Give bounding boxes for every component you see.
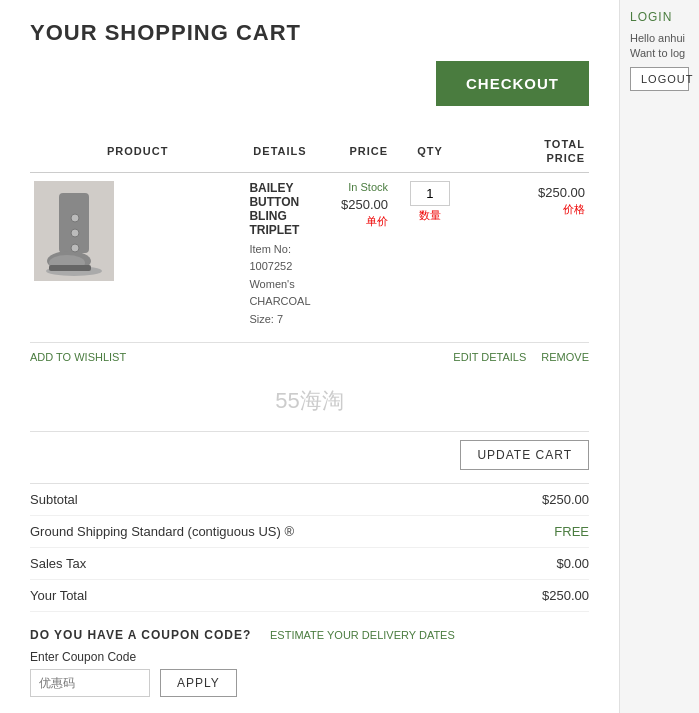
price-wrapper: $250.00 单价 <box>319 193 388 229</box>
product-item-no: Item No: 1007252 <box>249 241 310 276</box>
coupon-input[interactable] <box>30 669 150 697</box>
main-content: YOUR SHOPPING CART CHECKOUT PRODUCT DETA… <box>0 0 619 713</box>
total-label: 价格 <box>563 202 585 217</box>
th-product: PRODUCT <box>30 131 245 172</box>
th-total-line1: TOTAL <box>544 138 585 150</box>
checkout-button-top[interactable]: CHECKOUT <box>436 61 589 106</box>
logout-button[interactable]: LOGOUT <box>630 67 689 91</box>
coupon-question: DO YOU HAVE A COUPON CODE? <box>30 628 251 642</box>
sidebar-want-text: Want to log <box>630 47 689 59</box>
product-price-cell: In Stock $250.00 单价 <box>315 172 392 336</box>
title-row: YOUR SHOPPING CART CHECKOUT <box>30 20 589 121</box>
cart-table: PRODUCT DETAILS PRICE QTY TOTAL PRICE <box>30 131 589 337</box>
coupon-input-row: APPLY <box>30 669 589 697</box>
boot-illustration <box>39 183 109 278</box>
your-total-row: Your Total $250.00 <box>30 580 589 612</box>
qty-label: 数量 <box>419 208 441 223</box>
page-title: YOUR SHOPPING CART <box>30 20 589 46</box>
tax-row: Sales Tax $0.00 <box>30 548 589 580</box>
shipping-value: FREE <box>554 524 589 539</box>
sidebar-hello-text: Hello anhui <box>630 32 689 44</box>
shipping-row: Ground Shipping Standard (contiguous US)… <box>30 516 589 548</box>
subtotal-label: Subtotal <box>30 492 78 507</box>
table-row: BAILEY BUTTON BLING TRIPLET Item No: 100… <box>30 172 589 336</box>
total-wrapper: $250.00 价格 <box>472 181 585 217</box>
product-image-cell <box>30 172 245 336</box>
th-price: PRICE <box>315 131 392 172</box>
page-wrapper: YOUR SHOPPING CART CHECKOUT PRODUCT DETA… <box>0 0 699 713</box>
sidebar: LOGIN Hello anhui Want to log LOGOUT <box>619 0 699 713</box>
product-price: $250.00 <box>341 193 388 212</box>
product-color: CHARCOAL <box>249 293 310 311</box>
subtotal-row: Subtotal $250.00 <box>30 484 589 516</box>
product-total-cell: $250.00 价格 <box>468 172 589 336</box>
table-header-row: PRODUCT DETAILS PRICE QTY TOTAL PRICE <box>30 131 589 172</box>
sidebar-login-link[interactable]: LOGIN <box>630 10 689 24</box>
apply-coupon-button[interactable]: APPLY <box>160 669 237 697</box>
subtotal-value: $250.00 <box>542 492 589 507</box>
product-name: BAILEY BUTTON BLING TRIPLET <box>249 181 310 237</box>
th-total-price: TOTAL PRICE <box>468 131 589 172</box>
your-total-value: $250.00 <box>542 588 589 603</box>
product-size: Size: 7 <box>249 311 310 329</box>
edit-details-link[interactable]: EDIT DETAILS <box>453 351 526 363</box>
product-gender: Women's <box>249 276 310 294</box>
update-cart-row: UPDATE CART <box>30 431 589 478</box>
remove-link[interactable]: REMOVE <box>541 351 589 363</box>
qty-input[interactable] <box>410 181 450 206</box>
svg-point-5 <box>71 229 79 237</box>
product-qty-cell: 数量 <box>392 172 468 336</box>
coupon-label: Enter Coupon Code <box>30 650 589 664</box>
totals-section: Subtotal $250.00 Ground Shipping Standar… <box>30 483 589 612</box>
add-to-wishlist-link[interactable]: ADD TO WISHLIST <box>30 351 126 363</box>
coupon-header: DO YOU HAVE A COUPON CODE? ESTIMATE YOUR… <box>30 627 589 642</box>
tax-value: $0.00 <box>556 556 589 571</box>
cart-actions: ADD TO WISHLIST EDIT DETAILS REMOVE <box>30 342 589 371</box>
shipping-label: Ground Shipping Standard (contiguous US)… <box>30 524 294 539</box>
th-details: DETAILS <box>245 131 314 172</box>
th-total-line2: PRICE <box>546 152 585 164</box>
edit-remove-links: EDIT DETAILS REMOVE <box>453 351 589 363</box>
watermark: 55海淘 <box>30 371 589 431</box>
svg-point-6 <box>71 244 79 252</box>
product-details-cell: BAILEY BUTTON BLING TRIPLET Item No: 100… <box>245 172 314 336</box>
product-total-price: $250.00 <box>538 181 585 200</box>
unit-price-label: 单价 <box>366 214 388 229</box>
svg-point-4 <box>71 214 79 222</box>
th-qty: QTY <box>392 131 468 172</box>
stock-status: In Stock <box>319 181 388 193</box>
update-cart-button[interactable]: UPDATE CART <box>460 440 589 470</box>
svg-rect-7 <box>49 265 91 271</box>
coupon-section: DO YOU HAVE A COUPON CODE? ESTIMATE YOUR… <box>30 627 589 697</box>
estimate-delivery-link[interactable]: ESTIMATE YOUR DELIVERY DATES <box>270 629 455 641</box>
tax-label: Sales Tax <box>30 556 86 571</box>
product-image <box>34 181 114 281</box>
your-total-label: Your Total <box>30 588 87 603</box>
qty-wrapper: 数量 <box>396 181 464 223</box>
